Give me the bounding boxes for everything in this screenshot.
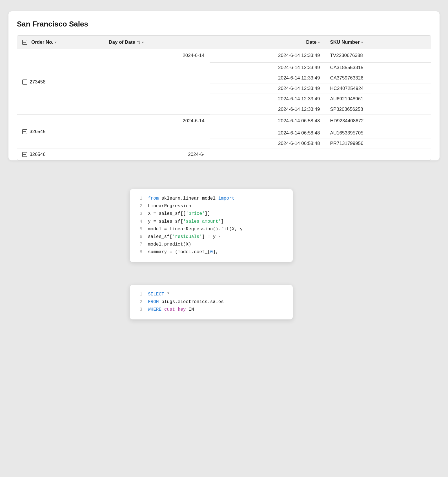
col-header-order[interactable]: Order No. ▾ <box>17 36 104 49</box>
sql-content-1: SELECT * <box>148 291 170 298</box>
col-header-date[interactable]: Date ▾ <box>210 36 325 49</box>
code-line-3: 3 X = sales_sf[['price']] <box>138 210 285 218</box>
sku-cell: CA3759763326 <box>325 73 431 83</box>
code-line-6: 6 sales_sf['residuals'] = y - <box>138 233 285 241</box>
col-header-day[interactable]: Day of Date ⇅ ▾ <box>104 36 210 49</box>
date-cell: 2024-6-14 12:33:49 <box>210 49 325 63</box>
code-line-2: 2 LinearRegression <box>138 202 285 210</box>
code-content-8: summary = (model.coef_[0], <box>148 248 218 256</box>
code-content-6: sales_sf['residuals'] = y - <box>148 233 221 241</box>
date-cell: 2024-6-14 06:58:48 <box>210 128 325 138</box>
col-order-label: Order No. <box>31 39 53 45</box>
page-title: San Francisco Sales <box>17 20 431 28</box>
line-num-6: 6 <box>138 233 142 241</box>
sql-line-num-2: 2 <box>138 298 142 306</box>
line-num-7: 7 <box>138 241 142 248</box>
line-num-1: 1 <box>138 195 142 202</box>
code-card-sql: 1 SELECT * 2 FROM plugs.electronics.sale… <box>130 285 293 320</box>
sku-cell: AU6921948961 <box>325 94 431 104</box>
sql-line-num-3: 3 <box>138 306 142 313</box>
sku-cell: AU1653395705 <box>325 128 431 138</box>
sku-cell: PR7131799956 <box>325 138 431 149</box>
table-body: 273458 2024-6-14 2024-6-14 12:33:49 TV22… <box>17 49 431 160</box>
date-cell: 2024-6-14 06:58:48 <box>210 115 325 128</box>
date-cell: 2024-6-14 06:58:48 <box>210 138 325 149</box>
col-date-label: Date <box>306 39 317 45</box>
order-cell: 273458 <box>17 49 104 115</box>
date-cell <box>210 149 325 160</box>
collapse-icon[interactable] <box>22 80 27 85</box>
day-cell: 2024-6-14 <box>104 115 210 149</box>
collapse-icon[interactable] <box>22 152 27 157</box>
collapse-all-icon[interactable] <box>22 40 27 45</box>
sku-cell: HD9234408672 <box>325 115 431 128</box>
sku-cell: TV2230676388 <box>325 49 431 63</box>
code-line-1: 1 from sklearn.linear_model import <box>138 195 285 202</box>
code-card-python: 1 from sklearn.linear_model import 2 Lin… <box>130 189 293 262</box>
sql-line-3: 3 WHERE cust_key IN <box>138 306 285 313</box>
data-table-wrapper: Order No. ▾ Day of Date ⇅ ▾ Date <box>17 35 431 160</box>
order-number: 273458 <box>30 79 46 85</box>
col-day-label: Day of Date <box>109 39 135 45</box>
day-dropdown-arrow[interactable]: ▾ <box>142 41 144 44</box>
sql-line-1: 1 SELECT * <box>138 291 285 298</box>
order-number: 326546 <box>30 152 46 157</box>
order-cell: 326546 <box>17 149 104 160</box>
sql-content-2: FROM plugs.electronics.sales <box>148 298 224 306</box>
date-cell: 2024-6-14 12:33:49 <box>210 83 325 94</box>
order-dropdown-arrow[interactable]: ▾ <box>55 41 57 44</box>
code-content-7: model.predict(X) <box>148 241 191 248</box>
line-num-5: 5 <box>138 226 142 233</box>
date-cell: 2024-6-14 12:33:49 <box>210 73 325 83</box>
sql-line-2: 2 FROM plugs.electronics.sales <box>138 298 285 306</box>
order-cell: 326545 <box>17 115 104 149</box>
sku-cell: CA3185553315 <box>325 63 431 73</box>
code-content-3: X = sales_sf[['price']] <box>148 210 210 218</box>
date-cell: 2024-6-14 12:33:49 <box>210 104 325 115</box>
sales-table: Order No. ▾ Day of Date ⇅ ▾ Date <box>17 36 431 160</box>
table-header-row: Order No. ▾ Day of Date ⇅ ▾ Date <box>17 36 431 49</box>
day-filter-sort-icon[interactable]: ⇅ <box>137 40 140 45</box>
line-num-2: 2 <box>138 202 142 210</box>
code-content-5: model = LinearRegression().fit(X, y <box>148 226 243 233</box>
collapse-icon[interactable] <box>22 129 27 134</box>
code-line-5: 5 model = LinearRegression().fit(X, y <box>138 226 285 233</box>
sku-cell: SP3203656258 <box>325 104 431 115</box>
sku-cell: HC2407254924 <box>325 83 431 94</box>
code-content-2: LinearRegression <box>148 202 191 210</box>
code-line-4: 4 y = sales_sf['sales_amount'] <box>138 218 285 226</box>
group-row: 326546 2024-6- <box>17 149 431 160</box>
order-number: 326545 <box>30 129 46 134</box>
line-num-8: 8 <box>138 248 142 256</box>
col-sku-label: SKU Number <box>330 39 360 45</box>
sql-content-3: WHERE cust_key IN <box>148 306 194 313</box>
main-card: San Francisco Sales Order No. ▾ Day of D… <box>8 11 440 160</box>
sku-dropdown-arrow[interactable]: ▾ <box>361 41 363 44</box>
col-header-sku[interactable]: SKU Number ▾ <box>325 36 431 49</box>
line-num-4: 4 <box>138 218 142 226</box>
line-num-3: 3 <box>138 210 142 218</box>
sql-line-num-1: 1 <box>138 291 142 298</box>
code-line-8: 8 summary = (model.coef_[0], <box>138 248 285 256</box>
code-content-1: from sklearn.linear_model import <box>148 195 234 202</box>
group-row: 326545 2024-6-14 2024-6-14 06:58:48 HD92… <box>17 115 431 128</box>
day-cell: 2024-6-14 <box>104 49 210 115</box>
group-row: 273458 2024-6-14 2024-6-14 12:33:49 TV22… <box>17 49 431 63</box>
date-dropdown-arrow[interactable]: ▾ <box>318 41 320 44</box>
date-cell: 2024-6-14 12:33:49 <box>210 63 325 73</box>
code-line-7: 7 model.predict(X) <box>138 241 285 248</box>
sku-cell <box>325 149 431 160</box>
day-cell: 2024-6- <box>104 149 210 160</box>
date-cell: 2024-6-14 12:33:49 <box>210 94 325 104</box>
code-content-4: y = sales_sf['sales_amount'] <box>148 218 224 226</box>
